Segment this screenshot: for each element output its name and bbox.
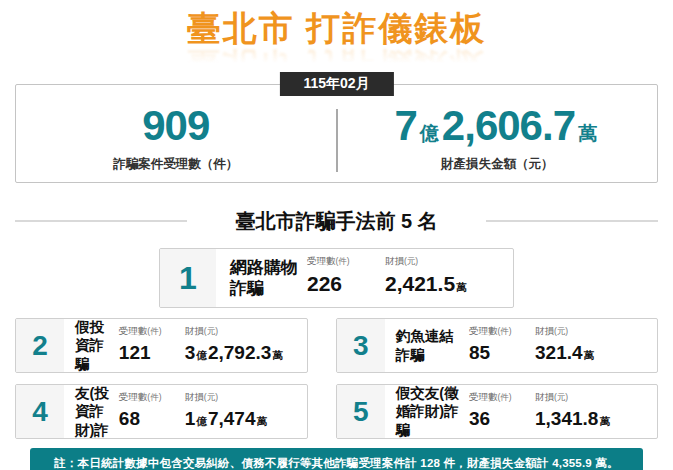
loss-stat: 財損(元) 2,421.5萬	[385, 249, 513, 307]
rank-number: 3	[337, 319, 385, 372]
loss-amount: 1億7,474萬	[185, 408, 307, 430]
cases-stat: 受理數(件) 121	[119, 319, 185, 372]
loss-column-header: 財損(元)	[535, 385, 657, 404]
section-line-left	[15, 220, 187, 222]
dashboard-header: 臺北市 打詐儀錶板 臺北市 打詐儀錶板	[0, 8, 673, 70]
rank-card-2: 2 假投資詐騙 受理數(件) 121 財損(元) 3億2,792.3萬	[15, 318, 308, 373]
summary-panel: 115年02月 909 詐騙案件受理數（件） 7億2,606.7萬 財產損失金額…	[15, 84, 658, 183]
cases-count: 121	[119, 342, 185, 364]
loss-stat: 財損(元) 3億2,792.3萬	[185, 319, 307, 372]
cases-column-header: 受理數(件)	[119, 385, 185, 404]
footnote-bar: 註：本日統計數據中包含交易糾紛、債務不履行等其他詐騙受理案件計 128 件，財產…	[30, 448, 643, 470]
period-badge: 115年02月	[279, 72, 393, 96]
loss-amount: 2,421.5萬	[385, 272, 513, 296]
rank-card-5: 5 假交友(徵婚詐財)詐騙 受理數(件) 36 財損(元) 1,341.8萬	[336, 384, 658, 439]
cases-column-header: 受理數(件)	[307, 249, 385, 268]
rank-number: 5	[337, 385, 385, 438]
cases-count: 226	[307, 272, 385, 296]
loss-yi-unit: 億	[420, 123, 439, 144]
loss-column-header: 財損(元)	[535, 319, 657, 338]
cases-count: 36	[469, 408, 535, 430]
loss-value: 7億2,606.7萬	[395, 105, 601, 147]
rank-card-3: 3 釣魚連結詐騙 受理數(件) 85 財損(元) 321.4萬	[336, 318, 658, 373]
loss-wan-number: 2,606.7	[442, 102, 575, 149]
loss-label: 財產損失金額（元）	[441, 156, 554, 173]
rank-number: 2	[16, 319, 64, 372]
cases-stat: 受理數(件) 36	[469, 385, 535, 438]
ranking-grid: 2 假投資詐騙 受理數(件) 121 財損(元) 3億2,792.3萬 3 釣魚…	[15, 318, 658, 439]
loss-summary: 7億2,606.7萬 財產損失金額（元）	[338, 85, 658, 182]
cases-stat: 受理數(件) 85	[469, 319, 535, 372]
section-line-right	[486, 220, 658, 222]
page-title: 臺北市 打詐儀錶板	[0, 8, 673, 49]
rank-card-4: 4 假交友(投資詐財)詐騙 受理數(件) 68 財損(元) 1億7,474萬	[15, 384, 308, 439]
cases-column-header: 受理數(件)	[469, 385, 535, 404]
cases-column-header: 受理數(件)	[119, 319, 185, 338]
loss-stat: 財損(元) 1,341.8萬	[535, 385, 657, 438]
loss-amount: 3億2,792.3萬	[185, 342, 307, 364]
cases-stat: 受理數(件) 226	[307, 249, 385, 307]
rank-number: 4	[16, 385, 64, 438]
fraud-type-name: 網路購物詐騙	[216, 249, 307, 307]
loss-wan-unit: 萬	[578, 123, 597, 144]
loss-stat: 財損(元) 1億7,474萬	[185, 385, 307, 438]
cases-stat: 受理數(件) 68	[119, 385, 185, 438]
cases-count: 68	[119, 408, 185, 430]
fraud-type-name: 假投資詐騙	[64, 319, 119, 372]
fraud-type-name: 假交友(投資詐財)詐騙	[64, 385, 119, 438]
rank-card-1: 1 網路購物詐騙 受理數(件) 226 財損(元) 2,421.5萬	[159, 248, 514, 308]
cases-column-header: 受理數(件)	[469, 319, 535, 338]
loss-column-header: 財損(元)	[185, 319, 307, 338]
cases-count: 85	[469, 342, 535, 364]
loss-column-header: 財損(元)	[185, 385, 307, 404]
fraud-type-name: 釣魚連結詐騙	[385, 319, 469, 372]
loss-amount: 321.4萬	[535, 342, 657, 364]
loss-amount: 1,341.8萬	[535, 408, 657, 430]
cases-label: 詐騙案件受理數（件）	[113, 156, 238, 173]
ranking-section-title: 臺北市詐騙手法前 5 名	[235, 208, 437, 235]
ranking-section-header: 臺北市詐騙手法前 5 名	[15, 207, 658, 235]
cases-summary: 909 詐騙案件受理數（件）	[16, 85, 336, 182]
loss-stat: 財損(元) 321.4萬	[535, 319, 657, 372]
cases-value: 909	[142, 105, 209, 147]
loss-yi-number: 7	[395, 102, 417, 149]
rank-number: 1	[160, 249, 216, 307]
fraud-type-name: 假交友(徵婚詐財)詐騙	[385, 385, 469, 438]
loss-column-header: 財損(元)	[385, 249, 513, 268]
